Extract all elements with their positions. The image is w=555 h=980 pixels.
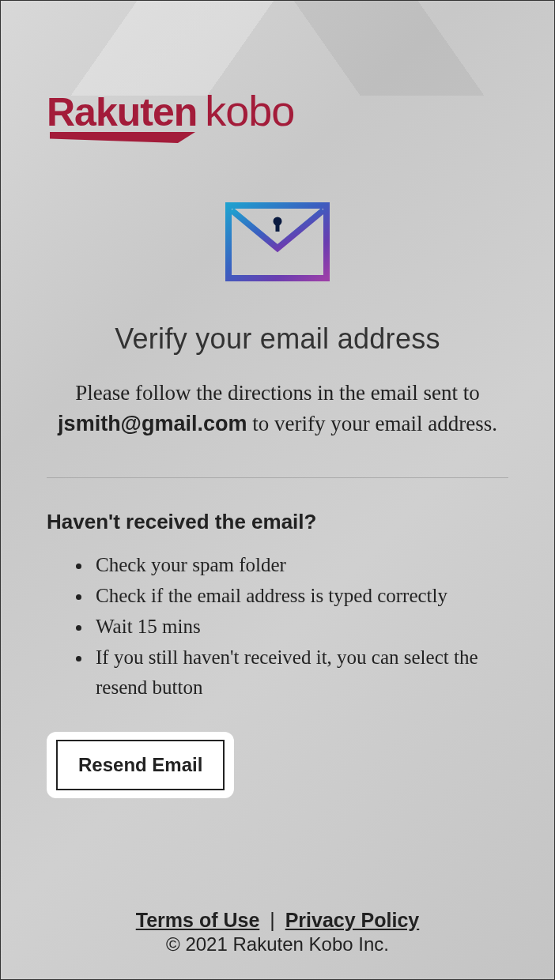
divider — [47, 477, 508, 478]
list-item: Check your spam folder — [92, 550, 508, 581]
instruction-post: to verify your email address. — [247, 412, 496, 435]
logo-rakuten-text: Rakuten — [47, 89, 197, 135]
instruction-pre: Please follow the directions in the emai… — [75, 381, 479, 405]
privacy-policy-link[interactable]: Privacy Policy — [285, 909, 420, 931]
list-item: Check if the email address is typed corr… — [92, 581, 508, 612]
instruction-text: Please follow the directions in the emai… — [47, 378, 508, 439]
envelope-lock-icon — [47, 202, 508, 285]
user-email: jsmith@gmail.com — [58, 412, 247, 435]
resend-email-button[interactable]: Resend Email — [56, 740, 225, 790]
resend-highlight: Resend Email — [47, 732, 234, 798]
brand-logo: Rakuten kobo — [47, 1, 508, 175]
help-tips-list: Check your spam folder Check if the emai… — [47, 550, 508, 703]
logo-underline — [50, 132, 195, 143]
svg-rect-2 — [276, 223, 280, 232]
help-heading: Haven't received the email? — [47, 510, 508, 534]
copyright-text: © 2021 Rakuten Kobo Inc. — [1, 933, 554, 956]
list-item: If you still haven't received it, you ca… — [92, 643, 508, 704]
footer-separator: | — [270, 909, 280, 931]
footer: Terms of Use | Privacy Policy © 2021 Rak… — [1, 909, 554, 956]
page-title: Verify your email address — [47, 322, 508, 356]
terms-of-use-link[interactable]: Terms of Use — [136, 909, 260, 931]
list-item: Wait 15 mins — [92, 612, 508, 643]
logo-kobo-text: kobo — [205, 87, 294, 134]
